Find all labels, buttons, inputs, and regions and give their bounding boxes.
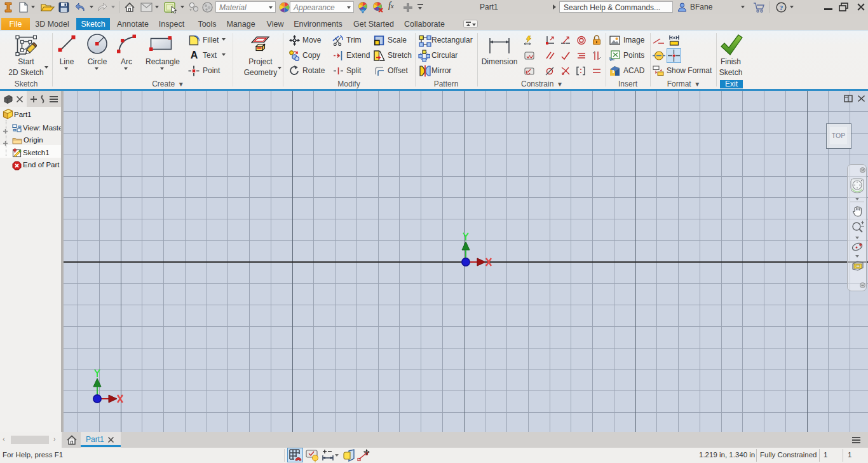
svg-text:?: ?	[780, 4, 783, 11]
